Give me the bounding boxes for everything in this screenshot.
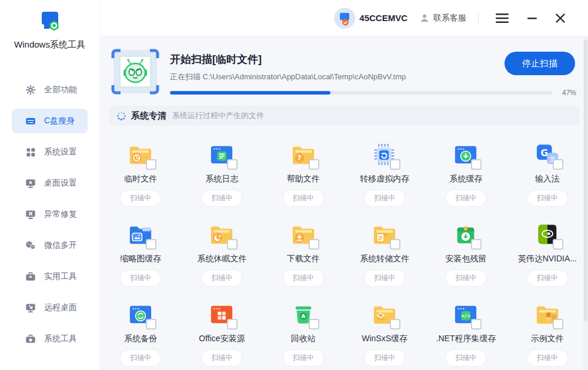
- item-checkbox[interactable]: [309, 239, 319, 250]
- clean-item-label: 示例文件: [531, 334, 564, 344]
- status-badge: 扫描中: [445, 270, 486, 287]
- status-badge: 扫描中: [120, 270, 161, 287]
- svg-text:z: z: [219, 234, 221, 238]
- item-checkbox[interactable]: [553, 239, 563, 250]
- clean-item-10[interactable]: 安装包残留扫描中: [425, 214, 506, 294]
- status-badge: 扫描中: [364, 270, 405, 287]
- scrollbar-track[interactable]: [583, 37, 588, 370]
- item-checkbox[interactable]: [390, 319, 400, 329]
- drive-icon: [25, 116, 36, 126]
- scan-progress-percent: 47%: [559, 89, 576, 97]
- item-checkbox[interactable]: [553, 319, 563, 329]
- topbar-divider: [478, 13, 479, 23]
- item-checkbox[interactable]: [390, 159, 400, 170]
- status-badge: 扫描中: [527, 270, 568, 287]
- status-badge: 扫描中: [283, 190, 324, 207]
- clean-item-4[interactable]: 系统缓存扫描中: [425, 134, 506, 214]
- avatar[interactable]: [334, 8, 355, 29]
- item-checkbox[interactable]: [146, 239, 156, 250]
- item-checkbox[interactable]: [309, 319, 319, 329]
- status-badge: 扫描中: [201, 270, 242, 287]
- section-header: 系统专清 系统运行过程中产生的文件: [109, 106, 579, 126]
- sidebar-item-3[interactable]: 桌面设置: [12, 171, 88, 196]
- gear-icon: [25, 85, 36, 95]
- app-logo-icon: [36, 26, 64, 36]
- clean-item-label: 临时文件: [124, 174, 157, 184]
- sidebar-item-label: 微信多开: [44, 240, 77, 251]
- item-checkbox[interactable]: [309, 159, 319, 170]
- clean-item-14[interactable]: 回收站扫描中: [263, 294, 344, 370]
- scan-panel: 开始扫描[临时文件] 正在扫描 C:\Users\Administrator\A…: [100, 36, 588, 97]
- clean-item-label: 输入法: [535, 174, 560, 184]
- app-title: Windows系统工具: [0, 39, 99, 51]
- clean-item-6[interactable]: 缩略图缓存扫描中: [100, 214, 181, 294]
- sidebar-item-6[interactable]: 实用工具: [12, 264, 88, 289]
- folder-layers-icon: [370, 301, 399, 327]
- clean-item-3[interactable]: 转移虚拟内存扫描中: [344, 134, 425, 214]
- clean-item-label: 系统缓存: [449, 174, 482, 184]
- window-log-icon: [208, 142, 236, 167]
- wechat-icon: [25, 240, 36, 251]
- clean-item-label: 安装包残留: [445, 254, 486, 264]
- sidebar-item-7[interactable]: 远程桌面: [12, 295, 88, 320]
- close-button[interactable]: [552, 9, 569, 27]
- clean-item-9[interactable]: 系统转储文件扫描中: [344, 214, 425, 294]
- clean-item-0[interactable]: 临时文件扫描中: [100, 134, 181, 214]
- sidebar-item-label: 桌面设置: [44, 178, 77, 189]
- sidebar-item-label: 全部功能: [44, 85, 77, 95]
- svg-text:?: ?: [298, 154, 302, 162]
- item-checkbox[interactable]: [227, 319, 238, 329]
- sidebar-item-8[interactable]: 系统工具: [12, 327, 88, 351]
- item-checkbox[interactable]: [471, 319, 482, 329]
- clean-item-label: 缩略图缓存: [120, 254, 161, 264]
- folder-image-icon: [126, 221, 155, 247]
- svg-text:</>: </>: [462, 313, 471, 319]
- sidebar-item-1[interactable]: C盘瘦身: [12, 109, 88, 133]
- clean-item-12[interactable]: 系统备份扫描中: [100, 294, 181, 370]
- clean-item-8[interactable]: 下载文件扫描中: [263, 214, 344, 294]
- apps-grid-icon: [25, 147, 36, 157]
- clean-item-label: WinSxS缓存: [362, 334, 407, 344]
- toolbox-icon: [25, 271, 36, 282]
- item-checkbox[interactable]: [146, 159, 156, 170]
- clean-item-13[interactable]: Office安装源扫描中: [181, 294, 262, 370]
- office-icon: [208, 301, 236, 327]
- app-window: Windows系统工具 全部功能C盘瘦身系统设置桌面设置异常修复微信多开实用工具…: [0, 0, 588, 370]
- item-checkbox[interactable]: [471, 159, 482, 170]
- clean-item-label: 系统转储文件: [360, 254, 409, 264]
- clean-item-1[interactable]: 系统日志扫描中: [181, 134, 262, 214]
- status-badge: 扫描中: [283, 349, 324, 366]
- clean-item-label: 系统休眠文件: [197, 254, 246, 264]
- sidebar-item-0[interactable]: 全部功能: [12, 78, 88, 102]
- sidebar-item-4[interactable]: 异常修复: [12, 202, 88, 227]
- menu-hamburger-button[interactable]: [492, 9, 513, 27]
- status-badge: 扫描中: [527, 190, 568, 207]
- clean-item-7[interactable]: z系统休眠文件扫描中: [181, 214, 262, 294]
- clean-item-15[interactable]: WinSxS缓存扫描中: [344, 294, 425, 370]
- scrollbar-thumb[interactable]: [584, 39, 587, 321]
- main-area: 45CCEMVC 联系客服: [100, 0, 588, 370]
- item-checkbox[interactable]: [227, 239, 238, 250]
- clean-item-5[interactable]: G文输入法扫描中: [507, 134, 588, 214]
- clean-item-11[interactable]: 英伟达NVIDIA...扫描中: [507, 214, 588, 294]
- clean-item-2[interactable]: ?帮助文件扫描中: [263, 134, 344, 214]
- item-checkbox[interactable]: [471, 239, 482, 250]
- status-badge: 扫描中: [445, 190, 486, 207]
- username[interactable]: 45CCEMVC: [359, 13, 407, 23]
- clean-item-16[interactable]: </>.NET程序集缓存扫描中: [425, 294, 506, 370]
- clean-item-17[interactable]: 示例文件扫描中: [507, 294, 588, 370]
- minimize-button[interactable]: [523, 9, 541, 27]
- sidebar-item-2[interactable]: 系统设置: [12, 140, 88, 164]
- package-icon: [452, 221, 480, 247]
- clean-item-label: .NET程序集缓存: [436, 334, 496, 344]
- item-checkbox[interactable]: [553, 159, 563, 170]
- contact-support-button[interactable]: 联系客服: [419, 13, 466, 23]
- folder-clock-icon: [126, 142, 155, 167]
- stop-scan-button[interactable]: 停止扫描: [505, 52, 575, 75]
- item-checkbox[interactable]: [227, 159, 238, 170]
- monitor-repair-icon: [25, 209, 36, 220]
- item-checkbox[interactable]: [146, 319, 156, 329]
- item-checkbox[interactable]: [390, 239, 400, 250]
- sidebar-item-5[interactable]: 微信多开: [12, 233, 88, 258]
- hamburger-icon: [495, 13, 509, 23]
